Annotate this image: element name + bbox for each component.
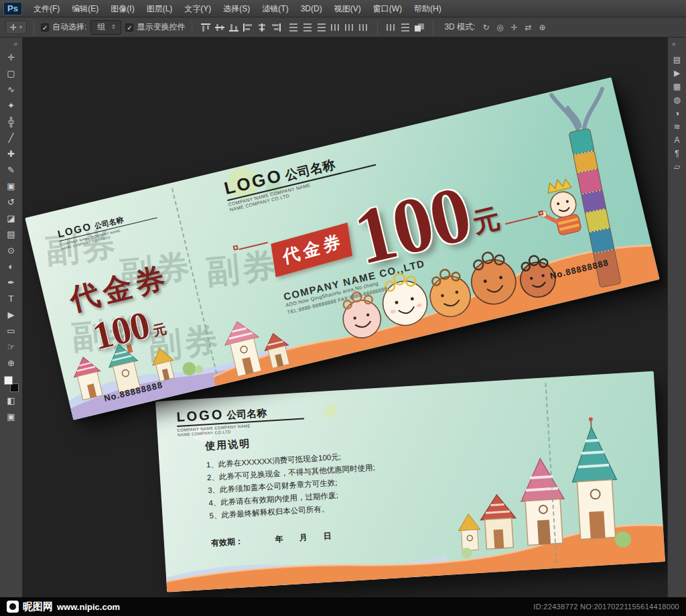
menu-item[interactable]: 帮助(H) xyxy=(408,0,448,17)
3d-mode-glyph: ↻ xyxy=(482,23,489,32)
distribute-horizontal-spacing-button[interactable] xyxy=(385,21,398,34)
auto-select-target-dropdown[interactable]: 组 ⇕ xyxy=(90,20,121,35)
distribute-horizontal-centers-button[interactable] xyxy=(343,21,356,34)
menu-bar: Ps 文件(F)编辑(E)图像(I)图层(L)文字(Y)选择(S)滤镜(T)3D… xyxy=(0,0,686,17)
separator xyxy=(433,20,433,35)
rectangle-tool[interactable]: ▭ xyxy=(3,323,20,339)
menu-item[interactable]: 视图(V) xyxy=(328,0,367,17)
panel-glyph-icon: ≋ xyxy=(673,122,680,131)
3d-scale-icon[interactable]: ⊕ xyxy=(535,21,549,34)
updown-arrows-icon: ⇕ xyxy=(111,23,116,30)
3d-pan-icon[interactable]: ✛ xyxy=(507,21,521,34)
align-left-edges-button[interactable] xyxy=(241,21,255,34)
document-canvas[interactable]: 副券 副券 副券 副券 副券 LOGO 公司名称 COMPANY NAME CO… xyxy=(23,38,667,597)
menu-item[interactable]: 滤镜(T) xyxy=(256,0,294,17)
tool-glyph-icon: ∿ xyxy=(7,84,15,95)
watermark-bar: 昵图网 www.nipic.com ID:22438772 NO:2017022… xyxy=(0,597,686,616)
panel-color-icon[interactable]: ◍ xyxy=(670,93,685,107)
3d-roll-icon[interactable]: ◎ xyxy=(493,21,506,34)
distribute-vertical-spacing-button[interactable] xyxy=(399,21,412,34)
expand-panels-icon[interactable]: « xyxy=(668,39,680,50)
lasso-tool[interactable]: ∿ xyxy=(3,82,20,98)
houses-illustration xyxy=(208,307,299,383)
pen-tool[interactable]: ✒ xyxy=(3,275,20,291)
options-bar: ✛ ▾ ✓ 自动选择: 组 ⇕ ✓ 显示变换控件 3D 模式: xyxy=(0,17,686,38)
tool-glyph-icon: T xyxy=(9,294,14,304)
rectangular-marquee-tool[interactable]: ▢ xyxy=(3,66,20,82)
checkbox-checked-icon: ✓ xyxy=(125,23,133,32)
photoshop-window: Ps 文件(F)编辑(E)图像(I)图层(L)文字(Y)选择(S)滤镜(T)3D… xyxy=(0,0,686,616)
align-vertical-centers-button[interactable] xyxy=(213,21,226,34)
menu-item[interactable]: 编辑(E) xyxy=(66,0,105,17)
panel-glyph-icon: ◑ xyxy=(675,109,679,118)
gradient-tool[interactable]: ▤ xyxy=(3,227,20,243)
distribute-left-edges-button[interactable] xyxy=(329,21,342,34)
panel-paragraph-icon[interactable]: ¶ xyxy=(670,147,685,160)
panel-icon-list: ▤▶▦◍◑≋A¶▱ xyxy=(670,53,685,174)
coupon-tag: 代金券 xyxy=(271,223,352,277)
blur-tool[interactable]: ⊙ xyxy=(3,243,20,259)
eraser-tool[interactable]: ◪ xyxy=(3,210,20,227)
3d-rotate-icon[interactable]: ↻ xyxy=(479,21,492,34)
align-top-edges-button[interactable] xyxy=(199,21,212,34)
instructions-list: 1、此券在XXXXXX消费可抵现金100元;2、此券不可兑换现金，不得与其他优惠… xyxy=(206,448,377,522)
panel-tool-presets-icon[interactable]: ▦ xyxy=(670,80,685,93)
eyedropper-tool[interactable]: ╱ xyxy=(3,130,20,146)
foreground-color-swatch[interactable] xyxy=(4,376,13,385)
zoom-tool[interactable]: ⊕ xyxy=(3,355,20,371)
menu-item[interactable]: 文字(Y) xyxy=(178,0,217,17)
type-tool[interactable]: T xyxy=(3,291,20,307)
screen-mode-button[interactable]: ▣ xyxy=(3,409,20,425)
distribute-bottom-edges-button[interactable] xyxy=(315,21,328,34)
align-bottom-edges-button[interactable] xyxy=(227,21,241,34)
3d-mode-glyph: ◎ xyxy=(496,23,503,32)
tool-list: ✛▢∿✦╬╱✚✎▣↺◪▤⊙◐✒T▶▭☞⊕ xyxy=(3,50,20,371)
tool-glyph-icon: ╱ xyxy=(9,133,14,143)
auto-select-checkbox[interactable]: ✓ 自动选择: xyxy=(41,21,86,33)
nipic-logo-icon xyxy=(7,601,19,613)
crop-tool[interactable]: ╬ xyxy=(3,114,20,130)
menu-item[interactable]: 图层(L) xyxy=(141,0,179,17)
3d-slide-icon[interactable]: ⇄ xyxy=(521,21,535,34)
icon-shape xyxy=(401,23,410,32)
tool-glyph-icon: ▭ xyxy=(7,326,15,336)
panel-mini-bridge-icon[interactable]: ▤ xyxy=(670,53,685,66)
dodge-tool[interactable]: ◐ xyxy=(3,259,20,275)
align-horizontal-centers-button[interactable] xyxy=(255,21,269,34)
auto-align-layers-button[interactable] xyxy=(413,21,426,34)
panel-layers-icon[interactable]: ▱ xyxy=(670,160,685,174)
menu-item[interactable]: 文件(F) xyxy=(27,0,66,17)
icon-shape xyxy=(257,23,267,32)
tool-preset-picker[interactable]: ✛ ▾ xyxy=(5,21,27,34)
icon-shape xyxy=(215,23,224,32)
history-brush-tool[interactable]: ↺ xyxy=(3,194,20,210)
menu-item[interactable]: 3D(D) xyxy=(295,0,328,17)
show-transform-checkbox[interactable]: ✓ 显示变换控件 xyxy=(125,21,185,33)
hand-tool[interactable]: ☞ xyxy=(3,339,20,355)
collapse-tools-icon[interactable]: » xyxy=(9,39,22,50)
spot-healing-brush-tool[interactable]: ✚ xyxy=(3,146,20,162)
panel-adjustments-icon[interactable]: ◑ xyxy=(670,107,685,120)
panel-glyph-icon: ¶ xyxy=(675,149,679,158)
tool-glyph-icon: ╬ xyxy=(8,117,14,127)
move-tool[interactable]: ✛ xyxy=(3,50,20,66)
menu-item[interactable]: 窗口(W) xyxy=(367,0,408,17)
brush-tool[interactable]: ✎ xyxy=(3,162,20,178)
auto-select-label: 自动选择: xyxy=(52,21,86,33)
panel-character-icon[interactable]: A xyxy=(670,133,685,147)
tool-glyph-icon: ✒ xyxy=(7,278,15,288)
menu-item[interactable]: 图像(I) xyxy=(105,0,140,17)
quick-selection-tool[interactable]: ✦ xyxy=(3,98,20,114)
panel-actions-icon[interactable]: ▶ xyxy=(670,66,685,80)
coupon-unit: 元 xyxy=(469,200,504,242)
quick-mask-button[interactable]: ◧ xyxy=(3,393,20,409)
panel-dock: « ▤▶▦◍◑≋A¶▱ xyxy=(667,38,686,597)
distribute-top-edges-button[interactable] xyxy=(287,21,300,34)
distribute-right-edges-button[interactable] xyxy=(357,21,370,34)
path-selection-tool[interactable]: ▶ xyxy=(3,307,20,323)
clone-stamp-tool[interactable]: ▣ xyxy=(3,178,20,194)
panel-styles-icon[interactable]: ≋ xyxy=(670,120,685,133)
menu-item[interactable]: 选择(S) xyxy=(217,0,256,17)
align-right-edges-button[interactable] xyxy=(269,21,283,34)
distribute-vertical-centers-button[interactable] xyxy=(301,21,314,34)
